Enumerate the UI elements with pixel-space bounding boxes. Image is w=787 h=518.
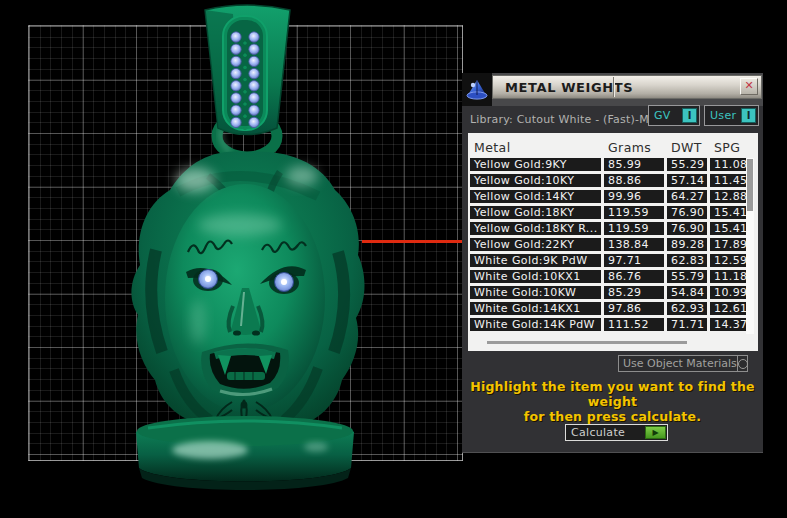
table-cell-dwt[interactable]: 64.27: [667, 190, 707, 203]
table-cell-grams[interactable]: 85.29: [604, 286, 664, 299]
instruction-line2: for then press calculate.: [466, 409, 759, 424]
table-cell-metal[interactable]: White Gold:10KW: [470, 286, 601, 299]
table-cell-spg[interactable]: 12.59: [710, 254, 748, 267]
calculate-button[interactable]: Calculate ▶: [565, 424, 668, 441]
table-vertical-scrollbar[interactable]: [746, 158, 754, 334]
table-cell-spg[interactable]: 11.45: [710, 174, 748, 187]
table-cell-grams[interactable]: 138.84: [604, 238, 664, 251]
table-cell-metal[interactable]: White Gold:14K PdW: [470, 318, 601, 331]
table-cell-grams[interactable]: 86.76: [604, 270, 664, 283]
calculate-arrow-icon[interactable]: ▶: [645, 426, 666, 439]
close-icon[interactable]: ✕: [740, 78, 758, 95]
measurement-red-line: [362, 240, 462, 243]
table-cell-dwt[interactable]: 55.29: [667, 158, 707, 171]
table-cell-dwt[interactable]: 62.93: [667, 302, 707, 315]
table-cell-dwt[interactable]: 76.90: [667, 222, 707, 235]
table-cell-grams[interactable]: 85.99: [604, 158, 664, 171]
table-cell-grams[interactable]: 119.59: [604, 222, 664, 235]
metal-table: Metal Grams DWT SPG Yellow Gold:9KY 85.9…: [468, 133, 758, 351]
dialog-title-bar[interactable]: METAL WEIGHTS ✕: [492, 75, 762, 99]
column-header-metal: Metal: [470, 135, 601, 155]
table-cell-grams[interactable]: 99.96: [604, 190, 664, 203]
column-header-spg: SPG: [710, 135, 748, 155]
pendant-base: [136, 416, 354, 490]
table-cell-metal[interactable]: White Gold:10KX1: [470, 270, 601, 283]
column-header-dwt: DWT: [667, 135, 707, 155]
gv-indicator: I: [682, 108, 697, 123]
table-cell-dwt[interactable]: 76.90: [667, 206, 707, 219]
pendant-head: [131, 151, 364, 441]
horizontal-scrollbar-thumb[interactable]: [487, 341, 687, 344]
column-header-grams: Grams: [604, 135, 664, 155]
table-cell-spg[interactable]: 12.61: [710, 302, 748, 315]
metal-table-header: Metal Grams DWT SPG: [470, 135, 749, 155]
user-indicator: I: [741, 108, 756, 123]
table-cell-metal[interactable]: Yellow Gold:10KY: [470, 174, 601, 187]
table-cell-grams[interactable]: 88.86: [604, 174, 664, 187]
table-cell-dwt[interactable]: 89.28: [667, 238, 707, 251]
table-cell-metal[interactable]: Yellow Gold:18KY R...: [470, 222, 601, 235]
table-cell-grams[interactable]: 111.52: [604, 318, 664, 331]
dialog-header: METAL WEIGHTS ✕: [462, 73, 763, 106]
title-bar-divider: [613, 77, 614, 97]
instruction-line1: Highlight the item you want to find the …: [466, 379, 759, 409]
table-cell-dwt[interactable]: 62.83: [667, 254, 707, 267]
materials-mode-select[interactable]: Use Object Materials: [618, 355, 748, 372]
table-cell-grams[interactable]: 97.71: [604, 254, 664, 267]
user-button[interactable]: User I: [704, 105, 759, 126]
table-cell-spg[interactable]: 17.89: [710, 238, 748, 251]
gv-button-label: GV: [649, 109, 671, 122]
table-cell-spg[interactable]: 14.37: [710, 318, 748, 331]
vertical-scrollbar-thumb[interactable]: [747, 159, 753, 211]
table-cell-spg[interactable]: 15.41: [710, 206, 748, 219]
user-button-label: User: [705, 109, 736, 122]
library-label: Library: Cutout White - (Fast)-Metal: [470, 113, 671, 126]
materials-mode-value: Use Object Materials: [619, 357, 737, 370]
pendant-model[interactable]: [90, 0, 420, 512]
table-cell-spg[interactable]: 15.41: [710, 222, 748, 235]
materials-dropdown-icon[interactable]: [737, 356, 748, 371]
table-cell-metal[interactable]: Yellow Gold:22KY: [470, 238, 601, 251]
table-cell-metal[interactable]: Yellow Gold:18KY: [470, 206, 601, 219]
table-cell-dwt[interactable]: 54.84: [667, 286, 707, 299]
table-cell-grams[interactable]: 119.59: [604, 206, 664, 219]
table-cell-metal[interactable]: White Gold:14KX1: [470, 302, 601, 315]
table-cell-spg[interactable]: 11.18: [710, 270, 748, 283]
gv-button[interactable]: GV I: [648, 105, 700, 126]
table-cell-dwt[interactable]: 55.79: [667, 270, 707, 283]
metal-table-body: Yellow Gold:9KY 85.99 55.29 11.08 Yellow…: [470, 158, 749, 331]
table-cell-spg[interactable]: 12.88: [710, 190, 748, 203]
table-cell-grams[interactable]: 97.86: [604, 302, 664, 315]
table-cell-spg[interactable]: 10.99: [710, 286, 748, 299]
table-cell-dwt[interactable]: 71.71: [667, 318, 707, 331]
table-cell-metal[interactable]: Yellow Gold:14KY: [470, 190, 601, 203]
instruction-text: Highlight the item you want to find the …: [466, 379, 759, 424]
metal-weights-dialog: METAL WEIGHTS ✕ Library: Cutout White - …: [462, 73, 763, 453]
table-cell-metal[interactable]: Yellow Gold:9KY: [470, 158, 601, 171]
gemvision-icon: [462, 73, 492, 106]
calculate-label: Calculate: [566, 426, 625, 439]
table-cell-spg[interactable]: 11.08: [710, 158, 748, 171]
table-cell-dwt[interactable]: 57.14: [667, 174, 707, 187]
table-cell-metal[interactable]: White Gold:9K PdW: [470, 254, 601, 267]
pendant-bail: [205, 5, 290, 135]
